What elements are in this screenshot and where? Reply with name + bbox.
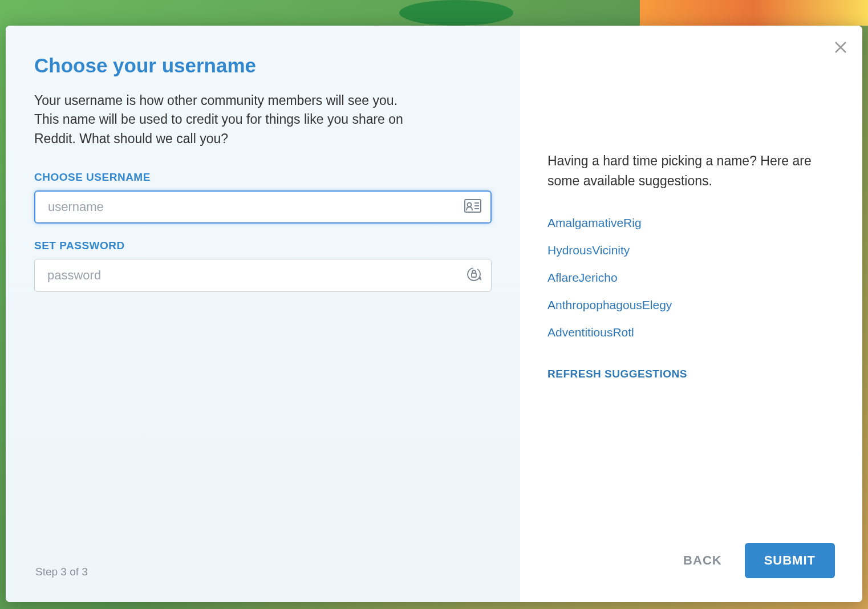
username-field-group: CHOOSE USERNAME — [34, 171, 492, 224]
svg-point-1 — [468, 203, 472, 207]
suggestion-item[interactable]: AnthropophagousElegy — [547, 298, 835, 312]
backdrop-shape — [399, 0, 513, 26]
submit-button[interactable]: SUBMIT — [745, 543, 835, 578]
suggestion-list: AmalgamativeRig HydrousVicinity AflareJe… — [547, 216, 835, 339]
page-title: Choose your username — [34, 54, 492, 77]
password-label: SET PASSWORD — [34, 239, 492, 252]
username-input-wrap — [34, 190, 492, 224]
lock-refresh-icon — [467, 267, 481, 284]
step-indicator: Step 3 of 3 — [35, 566, 88, 578]
signup-modal: Choose your username Your username is ho… — [6, 26, 862, 602]
back-button[interactable]: BACK — [683, 553, 722, 568]
suggestion-item[interactable]: HydrousVicinity — [547, 243, 835, 257]
username-label: CHOOSE USERNAME — [34, 171, 492, 184]
contact-card-icon — [464, 199, 481, 215]
username-input[interactable] — [34, 190, 492, 224]
suggestion-item[interactable]: AmalgamativeRig — [547, 216, 835, 230]
suggestions-pane: Having a hard time picking a name? Here … — [520, 26, 862, 602]
close-button[interactable] — [832, 38, 850, 56]
footer-actions: BACK SUBMIT — [683, 543, 835, 578]
svg-rect-6 — [472, 273, 476, 277]
password-field-group: SET PASSWORD — [34, 239, 492, 292]
close-icon — [834, 41, 847, 54]
password-input[interactable] — [34, 259, 492, 292]
refresh-suggestions-button[interactable]: REFRESH SUGGESTIONS — [547, 368, 835, 380]
form-pane: Choose your username Your username is ho… — [6, 26, 520, 602]
suggestion-item[interactable]: AflareJericho — [547, 271, 835, 285]
backdrop-shape — [640, 0, 868, 26]
suggestion-item[interactable]: AdventitiousRotl — [547, 326, 835, 339]
page-description: Your username is how other community mem… — [34, 91, 411, 148]
password-input-wrap — [34, 259, 492, 292]
suggestions-intro: Having a hard time picking a name? Here … — [547, 151, 835, 190]
